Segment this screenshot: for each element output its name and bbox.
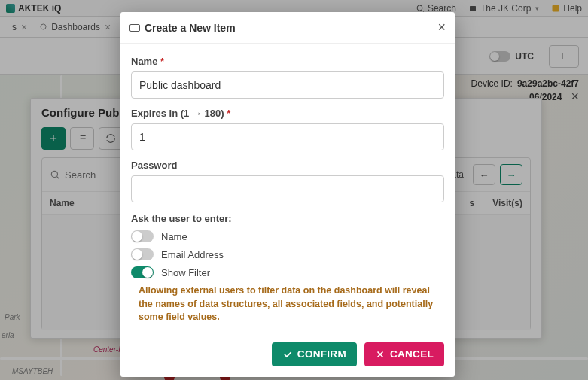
form-icon (129, 24, 140, 32)
warning-text: Allowing external users to filter data o… (133, 284, 443, 324)
toggle-filter[interactable] (131, 266, 154, 278)
toggle-filter-label: Show Filter (161, 267, 210, 278)
close-button[interactable]: × (437, 20, 446, 35)
expires-input[interactable] (131, 123, 444, 150)
modal-title: Create a New Item (129, 22, 236, 34)
ask-label: Ask the user to enter: (131, 213, 444, 224)
cancel-label: CANCEL (390, 348, 434, 360)
cancel-button[interactable]: CANCEL (364, 342, 444, 366)
confirm-label: CONFIRM (297, 348, 346, 360)
password-input[interactable] (131, 175, 444, 202)
check-icon (282, 349, 293, 360)
toggle-email-label: Email Address (161, 249, 224, 260)
modal-title-text: Create a New Item (145, 22, 236, 34)
name-input[interactable] (131, 71, 444, 99)
name-label: Name * (131, 56, 444, 67)
expires-label: Expires in (1 → 180) * (131, 108, 444, 119)
password-label: Password (131, 160, 444, 171)
x-icon (375, 349, 385, 360)
toggle-name[interactable] (131, 230, 154, 242)
confirm-button[interactable]: CONFIRM (272, 342, 357, 366)
create-item-modal: Create a New Item × Name * Expires in (1… (120, 12, 455, 377)
toggle-email[interactable] (131, 248, 154, 260)
toggle-name-label: Name (161, 231, 187, 242)
